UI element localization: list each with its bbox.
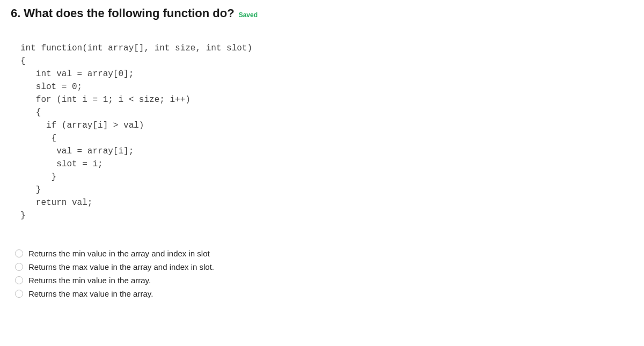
option-label: Returns the max value in the array and i…: [28, 262, 214, 271]
question-text: What does the following function do?: [24, 6, 234, 20]
option-3[interactable]: Returns the max value in the array.: [15, 289, 633, 298]
radio-icon[interactable]: [15, 249, 23, 257]
radio-icon[interactable]: [15, 263, 23, 271]
saved-badge: Saved: [239, 11, 258, 19]
radio-icon[interactable]: [15, 290, 23, 298]
radio-icon[interactable]: [15, 276, 23, 284]
options-group: Returns the min value in the array and i…: [15, 249, 633, 298]
option-1[interactable]: Returns the max value in the array and i…: [15, 262, 633, 271]
code-block: int function(int array[], int size, int …: [20, 42, 633, 222]
option-label: Returns the min value in the array and i…: [28, 249, 210, 258]
option-label: Returns the max value in the array.: [28, 289, 153, 298]
option-label: Returns the min value in the array.: [28, 276, 151, 285]
question-header: 6. What does the following function do? …: [11, 6, 633, 20]
option-0[interactable]: Returns the min value in the array and i…: [15, 249, 633, 258]
question-number: 6.: [11, 6, 20, 20]
option-2[interactable]: Returns the min value in the array.: [15, 276, 633, 285]
